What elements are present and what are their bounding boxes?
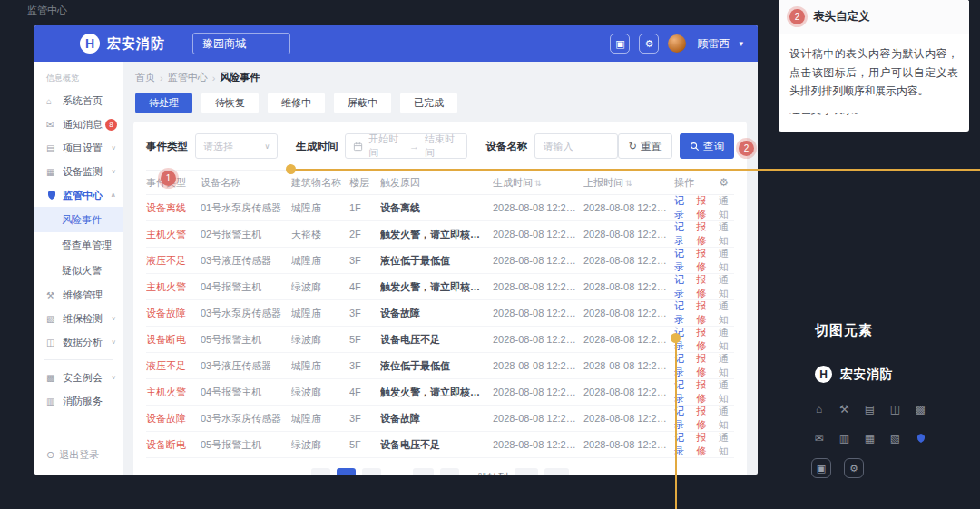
avatar[interactable] [668,34,686,53]
time-start-placeholder: 开始时间 [368,132,404,160]
tab-待处理[interactable]: 待处理 [135,93,192,113]
cell-device-name: 04号报警主机 [201,280,291,294]
repair-link[interactable]: 报修 [696,194,711,221]
page-button-1[interactable]: 1 [337,468,356,475]
repair-link[interactable]: 报修 [696,273,711,300]
cell-floor: 5F [349,439,380,450]
record-link[interactable]: 记录 [674,299,690,327]
table-row: 液压不足03号液压传感器城隍庙3F液位低于最低值2028-08-08 12:25… [146,353,734,379]
table-row: 主机火警04号报警主机绿波廊4F触发火警，请立即核实...2028-08-08 … [146,379,734,406]
sort-icon[interactable]: ⇅ [625,179,632,188]
repair-link[interactable]: 报修 [696,326,711,353]
device-name-input[interactable]: 请输入 [534,133,617,159]
record-link[interactable]: 记录 [674,247,690,274]
sidebar-item-设备监测[interactable]: ▦设备监测∨ [34,160,122,183]
repair-link[interactable]: 报修 [696,405,711,432]
cell-reported-time: 2028-08-08 12:25:36 [583,229,674,240]
repair-link[interactable]: 报修 [696,431,711,458]
screen-icon[interactable]: ▣ [610,34,630,54]
tab-屏蔽中[interactable]: 屏蔽中 [334,93,391,113]
breadcrumb-item: 风险事件 [220,71,260,84]
column-header-生成时间[interactable]: 生成时间⇅ [493,176,583,190]
table-settings-gear-icon[interactable]: ⚙ [719,176,729,189]
column-header-label: 建筑物名称 [291,177,341,188]
sidebar-item-label: 数据分析 [63,336,103,349]
cell-trigger-reason: 设备电压不足 [380,438,493,452]
tab-已完成[interactable]: 已完成 [400,93,457,113]
tab-维修中[interactable]: 维修中 [268,93,325,113]
notify-link[interactable]: 通知 [719,299,734,327]
cell-device-name: 01号水泵房传感器 [201,201,291,215]
sidebar-item-label: 维保检测 [63,312,103,326]
sidebar-item-数据分析[interactable]: ◫数据分析∨ [34,330,122,354]
prev-page-button[interactable]: ‹ [311,468,330,475]
notify-link[interactable]: 通知 [719,247,734,274]
mail-icon: ✉ [813,432,825,444]
record-link[interactable]: 记录 [674,194,690,221]
repair-link[interactable]: 报修 [696,247,711,274]
event-type-select[interactable]: 请选择 ∨ [195,133,278,159]
sidebar-item-项目设置[interactable]: ▤项目设置∨ [34,136,122,160]
cell-actions: 记录报修通知 [674,220,734,248]
sidebar-subitem-风险事件[interactable]: 风险事件 [34,207,122,232]
cell-device-name: 05号报警主机 [201,438,291,452]
notify-link[interactable]: 通知 [719,194,734,221]
sidebar-subitem-疑似火警[interactable]: 疑似火警 [34,258,122,283]
logout-button[interactable]: ⊙ 退出登录 [46,448,99,462]
repair-link[interactable]: 报修 [696,352,711,379]
status-tabs: 待处理待恢复维修中屏蔽中已完成 [135,93,745,113]
slices-icon-row-2: ✉▥▦▧ [813,432,926,444]
meeting-icon: ▩ [915,403,926,415]
sidebar-item-维修管理[interactable]: ⚒维修管理 [34,283,122,307]
notify-link[interactable]: 通知 [719,220,734,248]
sidebar-item-通知消息[interactable]: ✉通知消息8 [34,113,122,136]
notify-link[interactable]: 通知 [719,405,734,432]
breadcrumb-item[interactable]: 监管中心 [168,71,208,84]
sidebar-subitem-督查单管理[interactable]: 督查单管理 [34,232,122,258]
table-row: 主机火警02号报警主机天裕楼2F触发火警，请立即核实...2028-08-08 … [146,221,734,248]
time-range-picker[interactable]: 开始时间 → 结束时间 [345,133,467,159]
sort-icon[interactable]: ⇅ [534,179,542,188]
sidebar-item-安全例会[interactable]: ▩安全例会∨ [34,366,122,389]
notify-link[interactable]: 通知 [719,431,734,458]
page-button-2[interactable]: 2 [362,468,381,475]
column-header-楼层: 楼层 [349,176,380,190]
page-button-66[interactable]: 66 [413,468,433,475]
event-type-placeholder: 请选择 [203,140,233,153]
page-ellipsis[interactable]: ... [387,468,407,475]
sidebar-item-维保检测[interactable]: ▧维保检测∨ [34,307,122,330]
repair-link[interactable]: 报修 [696,299,711,327]
record-link[interactable]: 记录 [674,273,690,300]
sidebar-item-消防服务[interactable]: ▥消防服务 [34,389,122,413]
cell-created-time: 2028-08-08 12:25:36 [493,439,583,450]
note-title: 表头自定义 [813,9,870,24]
notify-link[interactable]: 通知 [719,378,734,406]
next-page-button[interactable]: › [440,468,459,475]
notify-link[interactable]: 通知 [719,273,734,300]
reset-button[interactable]: ↻ 重置 [618,133,672,159]
cell-building-name: 天裕楼 [291,228,349,241]
repair-link[interactable]: 报修 [696,378,711,406]
user-name[interactable]: 顾雷西 [697,36,730,52]
settings-icon: ⚙ [844,458,864,478]
table-row: 设备断电05号报警主机绿波廊5F设备电压不足2028-08-08 12:25:3… [146,327,734,353]
go-button[interactable]: GO [544,468,569,475]
project-selector[interactable]: 豫园商城 [192,33,290,54]
record-link[interactable]: 记录 [674,220,690,248]
cell-device-name: 03号液压传感器 [201,359,291,373]
notify-link[interactable]: 通知 [719,326,734,353]
repair-link[interactable]: 报修 [696,220,711,248]
sidebar-item-监管中心[interactable]: 监管中心∧ [34,183,122,207]
tab-待恢复[interactable]: 待恢复 [201,93,259,113]
table-row: 液压不足03号液压传感器城隍庙3F液位低于最低值2028-08-08 12:25… [146,248,734,274]
slices-title: 切图元素 [815,322,873,339]
notify-link[interactable]: 通知 [719,352,734,379]
jump-page-input[interactable] [514,468,538,475]
breadcrumb-item[interactable]: 首页 [135,71,155,84]
column-header-上报时间[interactable]: 上报时间⇅ [583,176,674,190]
settings-icon[interactable]: ⚙ [639,34,659,54]
sidebar-item-系统首页[interactable]: ⌂系统首页 [34,89,122,113]
search-button[interactable]: 查询 [680,133,734,159]
inspection-icon: ▧ [46,314,57,324]
sidebar-menu: ⌂系统首页✉通知消息8▤项目设置∨▦设备监测∨监管中心∧风险事件督查单管理疑似火… [34,89,122,413]
